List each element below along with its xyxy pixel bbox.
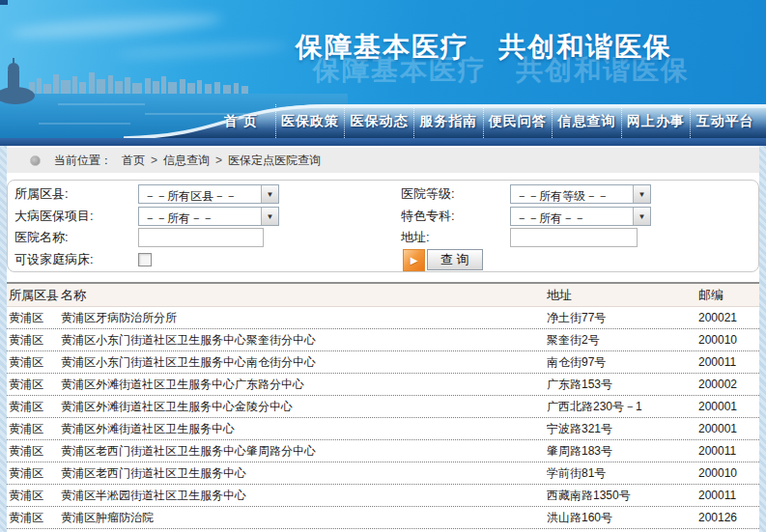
cell-name: 黄浦区小东门街道社区卫生服务中心南仓街分中心 bbox=[61, 354, 547, 371]
search-form: 所属区县: －－所有区县－－ ▼ 医院等级: －－所有等级－－ ▼ 大病医保项目… bbox=[7, 180, 759, 272]
breadcrumb-separator: > bbox=[151, 154, 157, 167]
bullet-icon bbox=[30, 155, 41, 166]
search-arrow-icon[interactable]: ▶ bbox=[403, 249, 425, 271]
cell-district: 黄浦区 bbox=[9, 354, 61, 371]
breadcrumb-home[interactable]: 首页 bbox=[122, 153, 145, 169]
nav-item[interactable]: 便民问答 bbox=[483, 104, 553, 138]
search-button[interactable]: 查 询 bbox=[427, 249, 483, 270]
project-select[interactable]: －－所有－－ ▼ bbox=[138, 207, 279, 226]
nav-item[interactable]: 服务指南 bbox=[413, 104, 483, 138]
nav-item[interactable]: 信息查询 bbox=[552, 104, 621, 138]
district-select[interactable]: －－所有区县－－ ▼ bbox=[138, 184, 279, 204]
cell-zipcode: 200011 bbox=[698, 355, 759, 369]
content-column: 当前位置： 首页 > 信息查询 > 医保定点医院查询 所属区县: －－所有区县－… bbox=[7, 146, 759, 532]
left-gutter bbox=[0, 146, 7, 532]
table-header-row: 所属区县 名称 地址 邮编 bbox=[7, 282, 759, 307]
header-bottom-strip bbox=[0, 138, 766, 146]
family-bed-label: 可设家庭病床: bbox=[14, 250, 94, 269]
cell-district: 黄浦区 bbox=[9, 332, 61, 349]
table-row: 黄浦区 黄浦区老西门街道社区卫生服务中心肇周路分中心 肇周路183号 20001… bbox=[7, 440, 759, 462]
breadcrumb-prefix: 当前位置： bbox=[54, 153, 112, 169]
search-button-group: ▶ 查 询 bbox=[403, 248, 483, 271]
cell-address: 广东路153号 bbox=[547, 377, 698, 393]
address-input[interactable] bbox=[510, 228, 638, 247]
right-gutter bbox=[759, 146, 766, 532]
col-header-zipcode: 邮编 bbox=[698, 287, 759, 304]
cell-district: 黄浦区 bbox=[9, 510, 61, 526]
cell-district: 黄浦区 bbox=[9, 465, 61, 482]
cell-address: 肇周路183号 bbox=[547, 443, 698, 460]
cell-address: 宁波路321号 bbox=[547, 421, 698, 437]
specialty-label: 特色专科: bbox=[401, 207, 455, 226]
hospital-name-input[interactable] bbox=[138, 228, 264, 247]
page-header: 保障基本医疗 共创和谐医保 保障基本医疗 共创和谐医保 首 页医保政策医保动态服… bbox=[0, 0, 766, 146]
hospital-name-label: 医院名称: bbox=[14, 228, 69, 247]
district-label: 所属区县: bbox=[14, 184, 69, 204]
table-row: 黄浦区 黄浦区小东门街道社区卫生服务中心南仓街分中心 南仓街97号 200011 bbox=[7, 351, 759, 374]
breadcrumb-info-query[interactable]: 信息查询 bbox=[163, 153, 210, 169]
family-bed-checkbox[interactable] bbox=[138, 253, 152, 266]
table-row: 黄浦区 黄浦区外滩街道社区卫生服务中心金陵分中心 广西北路230号－1 2000… bbox=[7, 396, 759, 418]
cell-name: 黄浦区小东门街道社区卫生服务中心聚奎街分中心 bbox=[61, 332, 547, 349]
cell-district: 黄浦区 bbox=[9, 377, 61, 393]
col-header-district: 所属区县 bbox=[9, 287, 61, 304]
address-label: 地址: bbox=[401, 228, 430, 247]
cell-address: 洪山路160号 bbox=[547, 510, 698, 526]
cell-address: 净土街77号 bbox=[547, 310, 698, 326]
table-row: 黄浦区 黄浦区小东门街道社区卫生服务中心聚奎街分中心 聚奎街2号 200010 bbox=[7, 329, 759, 351]
cell-name: 黄浦区外滩街道社区卫生服务中心广东路分中心 bbox=[61, 377, 547, 393]
cell-zipcode: 200010 bbox=[698, 466, 759, 480]
level-select[interactable]: －－所有等级－－ ▼ bbox=[510, 184, 651, 204]
col-header-address: 地址 bbox=[547, 287, 698, 304]
cell-address: 广西北路230号－1 bbox=[547, 399, 698, 415]
cell-district: 黄浦区 bbox=[9, 399, 61, 415]
cell-name: 黄浦区肿瘤防治院 bbox=[61, 510, 547, 526]
cell-zipcode: 200021 bbox=[698, 311, 759, 324]
chevron-down-icon[interactable]: ▼ bbox=[633, 185, 650, 203]
nav-item[interactable]: 网上办事 bbox=[621, 104, 691, 138]
cell-name: 黄浦区老西门街道社区卫生服务中心肇周路分中心 bbox=[61, 443, 547, 460]
level-select-value: －－所有等级－－ bbox=[511, 185, 633, 203]
chevron-down-icon[interactable]: ▼ bbox=[261, 208, 278, 225]
cell-name: 黄浦区老西门街道社区卫生服务中心 bbox=[61, 465, 547, 482]
table-row: 黄浦区 黄浦区外滩街道社区卫生服务中心广东路分中心 广东路153号 200002 bbox=[7, 374, 759, 396]
specialty-select[interactable]: －－所有－－ ▼ bbox=[510, 207, 651, 226]
results-body: 黄浦区 黄浦区牙病防治所分所 净土街77号 200021 黄浦区 黄浦区小东门街… bbox=[7, 307, 759, 529]
district-select-value: －－所有区县－－ bbox=[139, 185, 261, 203]
cell-district: 黄浦区 bbox=[9, 421, 61, 437]
specialty-select-value: －－所有－－ bbox=[511, 208, 633, 225]
breadcrumb-current: 医保定点医院查询 bbox=[228, 153, 321, 169]
cell-zipcode: 200011 bbox=[698, 489, 759, 502]
level-label: 医院等级: bbox=[401, 184, 455, 204]
nav-item[interactable]: 医保动态 bbox=[344, 104, 413, 138]
nav-item[interactable]: 互动平台 bbox=[690, 104, 759, 138]
nav-item[interactable]: 首 页 bbox=[207, 104, 275, 138]
breadcrumb: 当前位置： 首页 > 信息查询 > 医保定点医院查询 bbox=[7, 148, 759, 173]
table-row: 黄浦区 黄浦区半淞园街道社区卫生服务中心 西藏南路1350号 200011 bbox=[7, 485, 759, 507]
cell-zipcode: 200001 bbox=[698, 400, 759, 413]
results-table: 所属区县 名称 地址 邮编 黄浦区 黄浦区牙病防治所分所 净土街77号 2000… bbox=[7, 282, 759, 529]
cell-name: 黄浦区外滩街道社区卫生服务中心 bbox=[61, 421, 547, 437]
project-select-value: －－所有－－ bbox=[139, 208, 261, 225]
cell-zipcode: 200011 bbox=[698, 444, 759, 458]
cell-address: 聚奎街2号 bbox=[547, 332, 698, 349]
table-row: 黄浦区 黄浦区老西门街道社区卫生服务中心 学前街81号 200010 bbox=[7, 462, 759, 485]
project-label: 大病医保项目: bbox=[14, 207, 94, 226]
breadcrumb-separator: > bbox=[215, 154, 222, 167]
chevron-down-icon[interactable]: ▼ bbox=[261, 185, 278, 203]
main-nav: 首 页医保政策医保动态服务指南便民问答信息查询网上办事互动平台 bbox=[207, 104, 759, 138]
cell-zipcode: 200126 bbox=[698, 511, 759, 524]
cell-zipcode: 200002 bbox=[698, 378, 759, 391]
cell-address: 南仓街97号 bbox=[547, 354, 698, 371]
cell-name: 黄浦区外滩街道社区卫生服务中心金陵分中心 bbox=[61, 399, 547, 415]
cell-district: 黄浦区 bbox=[9, 443, 61, 460]
table-row: 黄浦区 黄浦区外滩街道社区卫生服务中心 宁波路321号 200001 bbox=[7, 418, 759, 440]
cell-name: 黄浦区半淞园街道社区卫生服务中心 bbox=[61, 488, 547, 504]
corner-decoration bbox=[0, 0, 8, 5]
nav-item[interactable]: 医保政策 bbox=[275, 104, 345, 138]
chevron-down-icon[interactable]: ▼ bbox=[633, 208, 650, 225]
site-slogan: 保障基本医疗 共创和谐医保 bbox=[296, 29, 672, 66]
col-header-name: 名称 bbox=[61, 287, 547, 304]
cell-district: 黄浦区 bbox=[9, 310, 61, 326]
table-row: 黄浦区 黄浦区牙病防治所分所 净土街77号 200021 bbox=[7, 307, 759, 329]
